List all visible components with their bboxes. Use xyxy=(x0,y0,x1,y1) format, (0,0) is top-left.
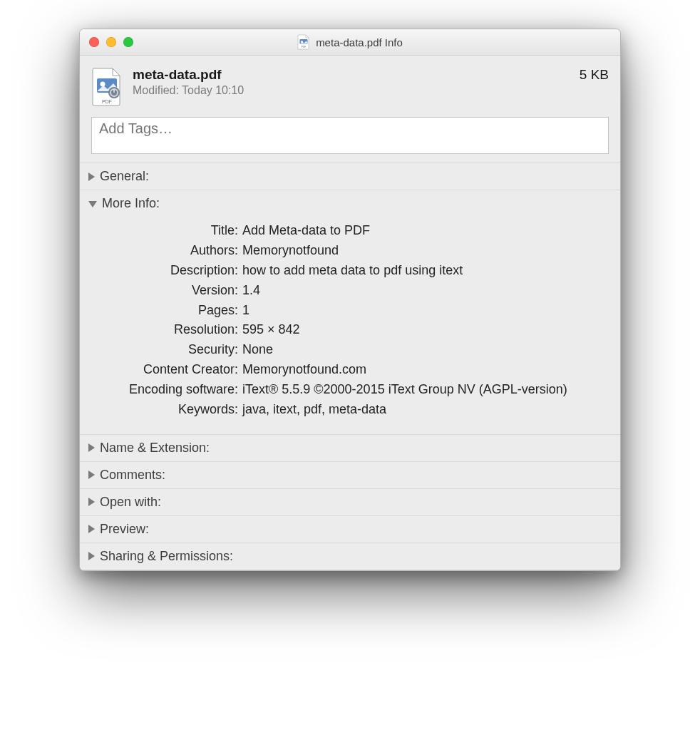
svg-rect-0 xyxy=(300,39,308,44)
section-more-info-header[interactable]: More Info: xyxy=(80,190,620,217)
close-button[interactable] xyxy=(89,37,99,47)
minimize-button[interactable] xyxy=(106,37,116,47)
info-row-label: Security: xyxy=(91,340,242,360)
info-row: Pages:1 xyxy=(91,301,609,321)
info-row: Authors:Memorynotfound xyxy=(91,241,609,261)
info-row: Resolution:595 × 842 xyxy=(91,320,609,340)
section-comments: Comments: xyxy=(80,461,620,488)
titlebar: PDF meta-data.pdf Info xyxy=(80,29,620,56)
pdf-file-icon: PDF xyxy=(297,34,310,50)
window-title: meta-data.pdf Info xyxy=(316,36,403,48)
file-header: PDF meta-data.pdf Modified: Today 10:10 … xyxy=(80,56,620,163)
file-size: 5 KB xyxy=(580,67,609,83)
section-general: General: xyxy=(80,163,620,190)
pdf-file-icon-large: PDF xyxy=(91,67,123,107)
info-row-value: java, itext, pdf, meta-data xyxy=(242,400,609,420)
info-row-value: 1 xyxy=(242,301,609,321)
info-row-value: None xyxy=(242,340,609,360)
info-row-label: Description: xyxy=(91,261,242,281)
section-more-info-label: More Info: xyxy=(102,196,160,211)
info-row-label: Authors: xyxy=(91,241,242,261)
disclosure-triangle-icon xyxy=(88,201,97,207)
info-row-value: 595 × 842 xyxy=(242,320,609,340)
info-window: PDF meta-data.pdf Info PDF meta-data.pdf… xyxy=(79,29,621,571)
traffic-lights xyxy=(80,37,133,47)
disclosure-triangle-icon xyxy=(88,525,95,533)
file-modified: Modified: Today 10:10 xyxy=(133,84,570,97)
section-name-extension-label: Name & Extension: xyxy=(100,441,210,456)
tags-input[interactable] xyxy=(91,117,609,154)
disclosure-triangle-icon xyxy=(88,498,95,506)
section-name-extension-header[interactable]: Name & Extension: xyxy=(80,435,620,461)
section-preview-label: Preview: xyxy=(100,522,149,537)
svg-text:PDF: PDF xyxy=(302,46,307,48)
info-row-value: Memorynotfound xyxy=(242,241,609,261)
window-title-area: PDF meta-data.pdf Info xyxy=(80,29,620,55)
info-row-value: how to add meta data to pdf using itext xyxy=(242,261,609,281)
info-row-label: Content Creator: xyxy=(91,360,242,380)
disclosure-triangle-icon xyxy=(88,443,95,452)
info-row: Encoding software:iText® 5.5.9 ©2000-201… xyxy=(91,380,609,400)
section-open-with-header[interactable]: Open with: xyxy=(80,489,620,515)
section-more-info: More Info: Title:Add Meta-data to PDFAut… xyxy=(80,190,620,434)
svg-point-4 xyxy=(101,82,105,87)
info-row-label: Title: xyxy=(91,221,242,241)
section-sharing-permissions-label: Sharing & Permissions: xyxy=(100,549,233,564)
info-row-value: Add Meta-data to PDF xyxy=(242,221,609,241)
disclosure-triangle-icon xyxy=(88,552,95,560)
info-row-label: Pages: xyxy=(91,301,242,321)
section-open-with-label: Open with: xyxy=(100,495,161,510)
disclosure-triangle-icon xyxy=(88,173,95,181)
section-sharing-permissions: Sharing & Permissions: xyxy=(80,543,620,570)
info-row: Version:1.4 xyxy=(91,281,609,301)
info-row-value: iText® 5.5.9 ©2000-2015 iText Group NV (… xyxy=(242,380,609,400)
svg-rect-7 xyxy=(113,88,115,93)
section-comments-header[interactable]: Comments: xyxy=(80,462,620,488)
file-name: meta-data.pdf xyxy=(133,67,570,83)
section-comments-label: Comments: xyxy=(100,468,165,483)
section-general-label: General: xyxy=(100,169,149,184)
info-row: Keywords:java, itext, pdf, meta-data xyxy=(91,400,609,420)
section-open-with: Open with: xyxy=(80,488,620,515)
zoom-button[interactable] xyxy=(123,37,133,47)
svg-text:PDF: PDF xyxy=(102,99,112,104)
section-name-extension: Name & Extension: xyxy=(80,434,620,461)
section-preview: Preview: xyxy=(80,515,620,543)
disclosure-triangle-icon xyxy=(88,471,95,479)
info-row-label: Version: xyxy=(91,281,242,301)
info-row: Security:None xyxy=(91,340,609,360)
svg-point-1 xyxy=(301,41,303,43)
more-info-body: Title:Add Meta-data to PDFAuthors:Memory… xyxy=(80,217,620,434)
info-row-value: 1.4 xyxy=(242,281,609,301)
info-row-label: Encoding software: xyxy=(91,380,242,400)
info-row: Description:how to add meta data to pdf … xyxy=(91,261,609,281)
info-row-label: Resolution: xyxy=(91,320,242,340)
info-row: Content Creator:Memorynotfound.com xyxy=(91,360,609,380)
section-sharing-permissions-header[interactable]: Sharing & Permissions: xyxy=(80,543,620,570)
section-general-header[interactable]: General: xyxy=(80,163,620,190)
info-row-label: Keywords: xyxy=(91,400,242,420)
info-row-value: Memorynotfound.com xyxy=(242,360,609,380)
section-preview-header[interactable]: Preview: xyxy=(80,516,620,543)
info-row: Title:Add Meta-data to PDF xyxy=(91,221,609,241)
